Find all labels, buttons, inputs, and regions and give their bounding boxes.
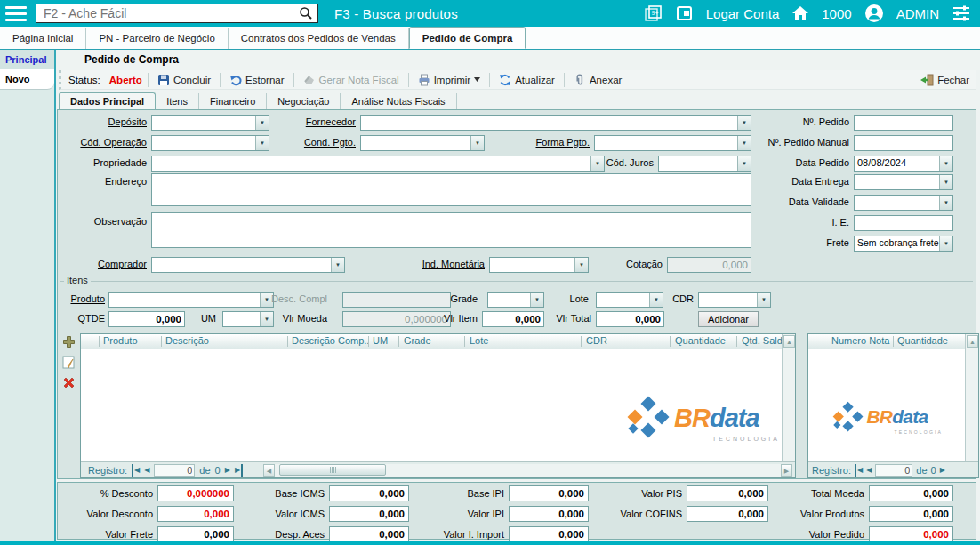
concluir-button[interactable]: Concluir [154, 73, 214, 87]
col-cdr[interactable]: CDR [586, 335, 607, 346]
subtab-itens[interactable]: Itens [156, 93, 199, 110]
cond-pgto-label[interactable]: Cond. Pgto. [285, 135, 356, 150]
cod-operacao-combo[interactable]: ▼ [151, 135, 269, 151]
num-pedido-manual-input[interactable] [854, 135, 953, 151]
search-icon[interactable] [299, 6, 313, 20]
search-input[interactable] [36, 4, 318, 23]
chevron-down-icon[interactable]: ▼ [737, 156, 751, 171]
col-lote[interactable]: Lote [470, 335, 488, 346]
company-code[interactable]: 1000 [822, 6, 851, 21]
chevron-down-icon[interactable]: ▼ [939, 196, 952, 210]
tab-pagina-inicial[interactable]: Página Inicial [0, 28, 86, 49]
ind-monetaria-combo[interactable]: ▼ [489, 257, 589, 273]
produto-label[interactable]: Produto [62, 292, 105, 307]
last-record-icon[interactable]: ▶ [235, 464, 243, 477]
tab-contratos-pedidos-vendas[interactable]: Contratos dos Pedidos de Vendas [229, 28, 409, 49]
anexar-button[interactable]: Anexar [570, 73, 625, 87]
subtab-dados-principal[interactable]: Dados Principal [59, 92, 156, 110]
tab-pedido-de-compra[interactable]: Pedido de Compra [409, 27, 526, 49]
endereco-textarea[interactable] [151, 173, 751, 206]
deposito-combo[interactable]: ▼ [151, 115, 269, 131]
col-descricao-comp[interactable]: Descrição Comp.. [292, 335, 369, 346]
itens-grid-vscrollbar[interactable]: ▲ [782, 334, 795, 463]
data-entrega-picker[interactable]: ▼ [854, 174, 953, 190]
forma-pgto-combo[interactable]: ▼ [594, 135, 751, 151]
subtab-analise-notas-fiscais[interactable]: Análise Notas Fiscais [341, 93, 456, 110]
col-produto[interactable]: Produto [103, 335, 138, 346]
cod-operacao-label[interactable]: Cód. Operação [67, 135, 147, 150]
scroll-up-icon[interactable]: ▲ [783, 335, 795, 348]
record-number-input[interactable] [154, 464, 195, 477]
chevron-down-icon[interactable]: ▼ [939, 156, 952, 171]
first-record-icon[interactable]: ◀ [132, 464, 140, 477]
imprimir-button[interactable]: Imprimir [414, 73, 485, 87]
adicionar-button[interactable]: Adicionar [698, 311, 759, 327]
lote-combo[interactable]: ▼ [596, 292, 663, 308]
record-number-input[interactable] [875, 464, 912, 477]
logar-conta-link[interactable]: Logar Conta [706, 6, 780, 21]
fornecedor-label[interactable]: Fornecedor [276, 115, 356, 130]
chevron-down-icon[interactable]: ▼ [470, 136, 484, 150]
subtab-negociacao[interactable]: Negociação [267, 93, 341, 110]
fechar-button[interactable]: Fechar [917, 73, 973, 87]
home-icon[interactable] [791, 5, 809, 21]
notifications-icon[interactable]: 9+ [644, 4, 663, 22]
hscroll-thumb[interactable] [279, 464, 386, 476]
chevron-down-icon[interactable]: ▼ [574, 258, 588, 272]
username[interactable]: ADMIN [896, 6, 939, 21]
chevron-down-icon[interactable]: ▼ [939, 236, 952, 251]
scroll-right-icon[interactable]: ▶ [781, 464, 792, 477]
gerar-nota-fiscal-button[interactable]: Gerar Nota Fiscal [300, 73, 403, 87]
prev-record-icon[interactable]: ◀ [866, 464, 872, 477]
col-numero-nota[interactable]: Numero Nota [831, 335, 889, 346]
vlr-item-input[interactable]: 0,000 [482, 311, 544, 327]
chevron-down-icon[interactable]: ▼ [255, 116, 269, 130]
produto-combo[interactable]: ▼ [108, 292, 274, 308]
frete-combo[interactable]: Sem cobrança frete▼ [854, 236, 953, 252]
chevron-down-icon[interactable]: ▼ [757, 293, 770, 307]
next-record-icon[interactable]: ▶ [940, 464, 945, 477]
windows-icon[interactable] [676, 5, 694, 21]
ind-monetaria-label[interactable]: Ind. Monetária [405, 257, 485, 272]
scroll-up-icon[interactable]: ▲ [967, 335, 978, 348]
col-descricao[interactable]: Descrição [165, 335, 209, 346]
hamburger-menu-icon[interactable] [0, 6, 32, 21]
estornar-button[interactable]: Estornar [226, 73, 287, 87]
next-record-icon[interactable]: ▶ [225, 464, 230, 477]
comprador-combo[interactable]: ▼ [151, 257, 345, 273]
scroll-left-icon[interactable]: ◀ [263, 464, 275, 477]
col-quantidade[interactable]: Quantidade [675, 335, 726, 346]
cdr-combo[interactable]: ▼ [698, 292, 771, 308]
qtde-input[interactable]: 0,000 [108, 311, 185, 327]
notas-grid-vscrollbar[interactable]: ▲ [965, 334, 978, 463]
busca-produtos-shortcut[interactable]: F3 - Busca produtos [334, 6, 458, 21]
subtab-financeiro[interactable]: Financeiro [199, 93, 267, 110]
deposito-label[interactable]: Depósito [76, 115, 147, 130]
col-quantidade2[interactable]: Quantidade [897, 335, 948, 346]
forma-pgto-label[interactable]: Forma Pgto. [516, 135, 590, 150]
propriedade-combo[interactable]: ▼ [151, 156, 605, 172]
chevron-down-icon[interactable]: ▼ [255, 136, 269, 150]
delete-row-icon[interactable] [62, 376, 76, 389]
add-row-icon[interactable] [62, 335, 76, 349]
chevron-down-icon[interactable]: ▼ [939, 175, 952, 189]
col-grade[interactable]: Grade [404, 335, 431, 346]
settings-sliders-icon[interactable] [952, 4, 971, 22]
num-pedido-input[interactable] [854, 115, 953, 131]
vlr-total-input[interactable]: 0,000 [596, 311, 664, 327]
edit-row-icon[interactable] [62, 356, 76, 369]
ie-input[interactable] [854, 215, 953, 231]
first-record-icon[interactable]: ◀ [855, 464, 863, 477]
grade-combo[interactable]: ▼ [487, 292, 544, 308]
fornecedor-combo[interactable]: ▼ [360, 115, 751, 131]
observacao-textarea[interactable] [151, 212, 751, 248]
cod-juros-combo[interactable]: ▼ [658, 156, 751, 172]
cond-pgto-combo[interactable]: ▼ [360, 135, 485, 151]
tab-pn-parceiro[interactable]: PN - Parceiro de Negócio [86, 28, 228, 49]
comprador-label[interactable]: Comprador [80, 257, 147, 272]
atualizar-button[interactable]: Atualizar [495, 73, 558, 87]
chevron-down-icon[interactable]: ▼ [530, 293, 543, 307]
prev-record-icon[interactable]: ◀ [144, 464, 149, 477]
data-pedido-picker[interactable]: 08/08/2024▼ [854, 156, 953, 172]
user-avatar-icon[interactable] [864, 4, 884, 23]
